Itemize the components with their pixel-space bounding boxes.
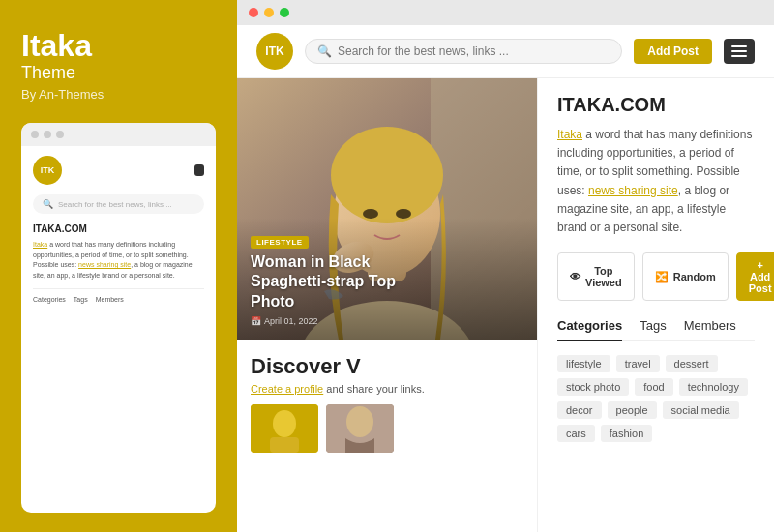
sidebar-description: Itaka a word that has many definitions i… xyxy=(557,126,755,237)
discover-section: Discover V Create a profile and share yo… xyxy=(237,340,537,466)
thumbnail-2[interactable] xyxy=(326,404,394,453)
search-icon: 🔍 xyxy=(317,44,332,58)
mini-site-title: ITAKA.COM xyxy=(33,223,204,234)
svg-point-10 xyxy=(273,410,296,437)
hero-title: Woman in Black Spaghetti-strap Top Photo xyxy=(251,252,523,312)
tag-item[interactable]: cars xyxy=(557,425,595,442)
brand-title: Itaka xyxy=(21,29,216,63)
mini-content: ITK 🔍 Search for the best news, links ..… xyxy=(21,146,216,312)
tag-item[interactable]: lifestyle xyxy=(557,355,610,372)
mini-nav-members[interactable]: Members xyxy=(96,296,124,303)
mini-hamburger-button[interactable] xyxy=(194,164,204,176)
mini-search-icon: 🔍 xyxy=(43,199,53,209)
sidebar-site-title: ITAKA.COM xyxy=(557,94,755,116)
discover-subtitle: Create a profile and share your links. xyxy=(251,379,523,397)
content-right: ITAKA.COM Itaka a word that has many def… xyxy=(537,78,774,532)
right-panel: ITK 🔍 Add Post xyxy=(237,0,774,532)
site-header: ITK 🔍 Add Post xyxy=(237,25,774,78)
chrome-dot-yellow xyxy=(264,8,274,17)
mini-search-placeholder: Search for the best news, links ... xyxy=(58,200,172,209)
search-input[interactable] xyxy=(338,44,610,58)
site-search-bar[interactable]: 🔍 xyxy=(305,39,622,64)
discover-title: Discover V xyxy=(251,354,523,379)
svg-rect-11 xyxy=(270,437,299,453)
thumbnail-1[interactable] xyxy=(251,404,318,453)
mini-nav: Categories Tags Members xyxy=(33,288,204,303)
mini-header: ITK xyxy=(33,156,204,185)
hero-image: LIFESTYLE Woman in Black Spaghetti-strap… xyxy=(237,78,537,340)
svg-point-5 xyxy=(331,127,443,223)
tags-container: lifestyletraveldessertstock photofoodtec… xyxy=(557,355,755,442)
sidebar-actions: 👁 Top Viewed 🔀 Random + Add Post xyxy=(557,252,755,301)
shuffle-icon: 🔀 xyxy=(655,271,669,283)
mini-link-itaka[interactable]: Itaka xyxy=(33,241,47,248)
thumb-svg-1 xyxy=(251,404,318,453)
tag-item[interactable]: fashion xyxy=(601,425,652,442)
add-post-button[interactable]: Add Post xyxy=(634,39,712,64)
tag-item[interactable]: dessert xyxy=(666,355,718,372)
discover-thumbnails xyxy=(251,404,523,453)
tag-item[interactable]: decor xyxy=(557,401,602,419)
sidebar-link-itaka[interactable]: Itaka xyxy=(557,128,582,141)
top-viewed-button[interactable]: 👁 Top Viewed xyxy=(557,252,635,301)
calendar-icon: 📅 xyxy=(251,316,261,326)
thumb-svg-2 xyxy=(326,404,394,453)
sidebar-link-news[interactable]: news sharing site xyxy=(588,184,678,197)
hero-date: 📅 April 01, 2022 xyxy=(251,316,523,326)
tag-item[interactable]: people xyxy=(608,401,657,419)
tab-tags[interactable]: Tags xyxy=(640,318,666,333)
hamburger-line xyxy=(731,55,747,57)
eye-icon: 👁 xyxy=(570,271,580,282)
brand-subtitle: Theme xyxy=(21,63,216,83)
create-profile-link[interactable]: Create a profile xyxy=(251,383,323,395)
tag-item[interactable]: food xyxy=(635,378,672,396)
svg-point-13 xyxy=(346,406,373,437)
hamburger-line xyxy=(731,45,747,47)
random-button[interactable]: 🔀 Random xyxy=(642,252,729,301)
content-left: LIFESTYLE Woman in Black Spaghetti-strap… xyxy=(237,78,537,532)
hamburger-button[interactable] xyxy=(724,39,755,64)
mini-search-bar[interactable]: 🔍 Search for the best news, links ... xyxy=(33,194,204,214)
mini-dot-2 xyxy=(44,131,51,138)
mini-browser-bar xyxy=(21,123,216,146)
browser-chrome xyxy=(237,0,774,25)
mini-nav-categories[interactable]: Categories xyxy=(33,296,66,303)
sidebar-add-post-button[interactable]: + Add Post xyxy=(736,252,774,301)
tag-item[interactable]: technology xyxy=(679,378,748,396)
site-logo: ITK xyxy=(256,33,293,70)
mini-logo: ITK xyxy=(33,156,62,185)
brand-by: By An-Themes xyxy=(21,87,216,102)
chrome-dot-green xyxy=(280,8,289,17)
chrome-dot-red xyxy=(249,8,258,17)
mini-link-news[interactable]: news sharing site xyxy=(78,261,131,268)
hero-overlay: LIFESTYLE Woman in Black Spaghetti-strap… xyxy=(237,218,537,340)
left-panel: Itaka Theme By An-Themes ITK 🔍 Search fo… xyxy=(0,0,237,532)
tab-categories[interactable]: Categories xyxy=(557,318,622,341)
lifestyle-badge: LIFESTYLE xyxy=(251,236,309,249)
tab-members[interactable]: Members xyxy=(684,318,736,333)
mini-description: Itaka a word that has many definitions i… xyxy=(33,240,204,281)
mini-browser: ITK 🔍 Search for the best news, links ..… xyxy=(21,123,216,513)
tag-item[interactable]: travel xyxy=(616,355,660,372)
mini-dot-1 xyxy=(31,131,39,138)
site-content: LIFESTYLE Woman in Black Spaghetti-strap… xyxy=(237,78,774,532)
mini-nav-tags[interactable]: Tags xyxy=(74,296,88,303)
tag-item[interactable]: stock photo xyxy=(557,378,629,396)
tag-item[interactable]: social media xyxy=(663,401,739,419)
sidebar-tabs: Categories Tags Members xyxy=(557,318,755,341)
mini-dot-3 xyxy=(56,131,64,138)
hamburger-line xyxy=(731,50,747,52)
discover-subtitle-end: and share your links. xyxy=(323,383,425,395)
